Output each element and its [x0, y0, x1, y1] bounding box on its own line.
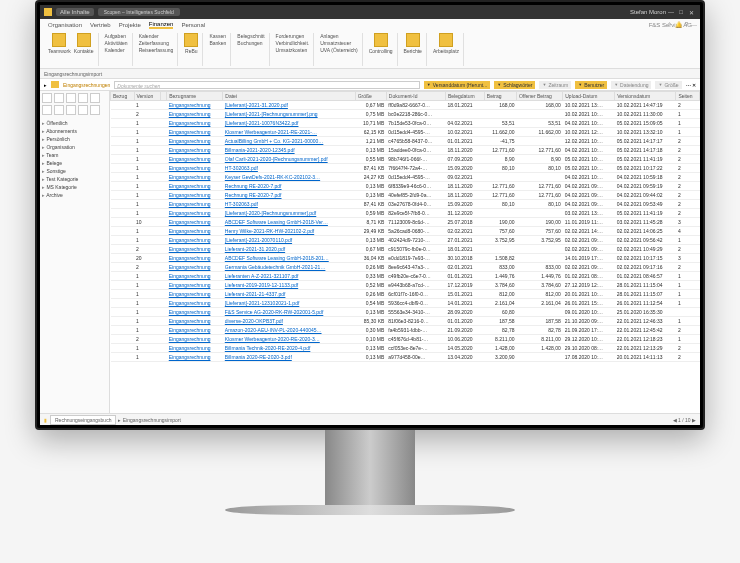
btn-kalender[interactable]: Kalender	[105, 47, 128, 53]
table-row[interactable]: 2EingangsrechnungLieferant-2021-31.2020.…	[111, 245, 700, 254]
data-grid[interactable]: BezugVersionBezugnameDateiGrößeDokument-…	[110, 91, 700, 413]
tree-item[interactable]: MS Kategorie	[42, 183, 107, 191]
table-row[interactable]: 1EingangsrechnungLieferant-2021-21-4337.…	[111, 290, 700, 299]
table-row[interactable]: 1EingangsrechnungBillmania 2020-RE-2020-…	[111, 353, 700, 362]
filter-icon[interactable]: ▸	[44, 82, 47, 88]
col-header[interactable]: Größe	[355, 92, 386, 101]
col-header[interactable]: Belegdatum	[445, 92, 484, 101]
btn-aufgaben[interactable]: Aufgaben	[105, 33, 128, 39]
col-header[interactable]: Offener Betrag	[516, 92, 562, 101]
view-icon[interactable]	[90, 105, 100, 115]
col-header[interactable]: Version	[134, 92, 161, 101]
view-icon[interactable]	[42, 93, 52, 103]
col-header[interactable]: Datei	[223, 92, 355, 101]
table-row[interactable]: 1EingangsrechnungLieferant-2019-2019-12-…	[111, 281, 700, 290]
help-icon[interactable]: ?	[685, 21, 688, 28]
col-header[interactable]: Betrag	[484, 92, 516, 101]
table-row[interactable]: 1EingangsrechnungAmazon-2020-AEU-INV-PL-…	[111, 326, 700, 335]
page-nav[interactable]: ◀ 1 / 10 ▶	[673, 417, 696, 423]
col-header[interactable]: Versionsdatum	[615, 92, 676, 101]
table-row[interactable]: 1EingangsrechnungLieferanten A-Z-2021-32…	[111, 272, 700, 281]
view-icon[interactable]	[54, 93, 64, 103]
btn-zeiterfassung[interactable]: Zeiterfassung	[139, 40, 174, 46]
btn-kalender2[interactable]: Kalender	[139, 33, 174, 39]
tab-finanzen[interactable]: Finanzen	[149, 21, 174, 29]
expand-icon[interactable]: ⌃	[667, 21, 672, 28]
view-icon[interactable]	[90, 93, 100, 103]
btn-umsatzkosten[interactable]: Umsatzkosten	[276, 47, 310, 53]
table-row[interactable]: 1Eingangsrechnung[Lieferant]-2021-10076N…	[111, 119, 700, 128]
table-row[interactable]: 1Eingangsrechnung[Lieferant]-2021-31.202…	[111, 101, 700, 110]
more-icon[interactable]: ⋯	[691, 21, 697, 28]
table-row[interactable]: 1EingangsrechnungHenry Wilke-2021-RK-HW-…	[111, 227, 700, 236]
search-input[interactable]: Dokumente suchen	[114, 81, 420, 89]
status-tab-1[interactable]: Rechnungseingangsbuch	[50, 415, 116, 425]
tree-item[interactable]: Belege	[42, 159, 107, 167]
col-header[interactable]: Dokument-Id	[386, 92, 445, 101]
bell-icon[interactable]: 🔔	[675, 21, 682, 28]
btn-kassen[interactable]: Kassen	[209, 33, 226, 39]
table-row[interactable]: 1EingangsrechnungKlosmer Werbeagentur-20…	[111, 128, 700, 137]
search-scope[interactable]: Alle Inhalte	[56, 8, 94, 16]
view-icon[interactable]	[54, 105, 64, 115]
tree-item[interactable]: Sonstige	[42, 167, 107, 175]
tab-personal[interactable]: Personal	[181, 22, 205, 28]
table-row[interactable]: 1EingangsrechnungActualBilling GmbH + Co…	[111, 137, 700, 146]
btn-buchungen[interactable]: Buchungen	[237, 40, 264, 46]
btn-banken[interactable]: Banken	[209, 40, 226, 46]
btn-kontakte[interactable]: Kontakte	[74, 33, 94, 54]
chip-versanddatum[interactable]: Versanddatum (Herunt...	[424, 81, 490, 89]
btn-umsatzsteuer[interactable]: Umsatzsteuer	[320, 40, 357, 46]
btn-anlagen[interactable]: Anlagen	[320, 33, 357, 39]
tree-item[interactable]: Organisation	[42, 143, 107, 151]
table-row[interactable]: 1EingangsrechnungRechnung RE-2020-7.pdf0…	[111, 182, 700, 191]
table-row[interactable]: 1EingangsrechnungKeyser GewDefs-2021-RK-…	[111, 173, 700, 182]
table-row[interactable]: 2Eingangsrechnung[Lieferant]-2021-[Rechn…	[111, 110, 700, 119]
btn-rebu[interactable]: ReBu	[184, 33, 198, 54]
btn-reiseerfassung[interactable]: Reiseerfassung	[139, 47, 174, 53]
table-row[interactable]: 10EingangsrechnungABCDEF Software Leasin…	[111, 218, 700, 227]
chip-groesse[interactable]: Größe	[655, 81, 681, 89]
table-row[interactable]: 2EingangsrechnungGermania Gebäudetechnik…	[111, 263, 700, 272]
btn-berichte[interactable]: Berichte	[404, 33, 422, 54]
col-header[interactable]: Bezug	[111, 92, 135, 101]
col-header[interactable]: Seiten	[676, 92, 700, 101]
tree-item[interactable]: Persönlich	[42, 135, 107, 143]
table-row[interactable]: 20EingangsrechnungABCDEF Software Leasin…	[111, 254, 700, 263]
btn-forderungen[interactable]: Forderungen	[276, 33, 310, 39]
table-row[interactable]: 2EingangsrechnungKlosmer Werbeagentur-20…	[111, 335, 700, 344]
folder-name[interactable]: Eingangsrechnungen	[63, 82, 110, 88]
chip-benutzer[interactable]: Benutzer	[575, 81, 607, 89]
btn-belegschnitt[interactable]: Belegschnitt	[237, 33, 264, 39]
btn-verbindlichkeit[interactable]: Verbindlichkeit.	[276, 40, 310, 46]
chip-zeitraum[interactable]: Zeitraum	[539, 81, 571, 89]
search-tab[interactable]: Scopen – Intelligentes Suchfeld	[98, 8, 180, 16]
table-row[interactable]: 1EingangsrechnungOlaf Carli-2021-2020-[R…	[111, 155, 700, 164]
table-row[interactable]: 1Eingangsrechnung[Lieferant]-2021-123102…	[111, 299, 700, 308]
chip-dateiendung[interactable]: Dateiendung	[611, 81, 651, 89]
table-row[interactable]: 1EingangsrechnungF&S Service AG-2020-RK-…	[111, 308, 700, 317]
tab-projekte[interactable]: Projekte	[119, 22, 141, 28]
tree-item[interactable]: Öffentlich	[42, 119, 107, 127]
tab-vertrieb[interactable]: Vertrieb	[90, 22, 111, 28]
tab-organisation[interactable]: Organisation	[48, 22, 82, 28]
table-row[interactable]: 1Eingangsrechnung[Lieferant]-2020-[Rechn…	[111, 209, 700, 218]
table-row[interactable]: 1EingangsrechnungBillmania-2021-2020-123…	[111, 146, 700, 155]
btn-teamwork[interactable]: Teamwork	[48, 33, 71, 54]
col-header[interactable]: Bezugname	[167, 92, 223, 101]
view-icon[interactable]	[66, 93, 76, 103]
table-row[interactable]: 1EingangsrechnungBillmania Technik-2020-…	[111, 344, 700, 353]
filter-more[interactable]: ⋯ ✕	[686, 82, 696, 88]
tree-item[interactable]: Archive	[42, 191, 107, 199]
table-row[interactable]: 1Eingangsrechnungdiverse-2020-OKPB3T.pdf…	[111, 317, 700, 326]
tree-item[interactable]: Abonnements	[42, 127, 107, 135]
table-row[interactable]: 1EingangsrechnungHT-302063.pdf87,41 KB7f…	[111, 164, 700, 173]
view-icon[interactable]	[78, 93, 88, 103]
btn-controlling[interactable]: Controlling	[369, 33, 393, 54]
view-icon[interactable]	[78, 105, 88, 115]
table-row[interactable]: 1Eingangsrechnung[Lieferant]-2021-200701…	[111, 236, 700, 245]
view-icon[interactable]	[66, 105, 76, 115]
max-button[interactable]: □	[676, 9, 686, 15]
min-button[interactable]: —	[666, 9, 676, 15]
table-row[interactable]: 1EingangsrechnungRechnung RE-2020-7.pdf0…	[111, 191, 700, 200]
